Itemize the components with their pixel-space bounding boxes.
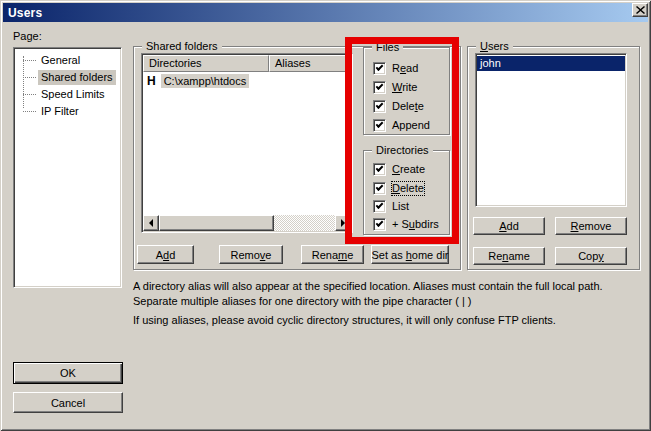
check-icon <box>376 183 384 191</box>
column-header-aliases[interactable]: Aliases <box>269 55 351 72</box>
checkbox-row-append[interactable]: Append <box>373 118 430 132</box>
table-row[interactable]: H C:\xampp\htdocs <box>144 73 249 88</box>
check-icon <box>376 201 384 209</box>
shared-folders-group-label: Shared folders <box>142 39 222 53</box>
directories-group-label: Directories <box>372 143 433 157</box>
delete-dir-checkbox[interactable] <box>373 182 386 195</box>
page-label: Page: <box>13 30 42 42</box>
column-header-directories[interactable]: Directories <box>143 55 269 72</box>
copy-user-button[interactable]: Copy <box>555 247 627 265</box>
list-checkbox[interactable] <box>373 200 386 213</box>
subdirs-checkbox[interactable] <box>373 218 386 231</box>
directories-permissions-group: Directories Create Delete List + Subdirs <box>363 150 450 235</box>
check-icon <box>376 164 384 172</box>
alias-help-text: A directory alias will also appear at th… <box>133 279 645 309</box>
tree-item-shared-folders[interactable]: Shared folders <box>38 70 116 85</box>
ok-button[interactable]: OK <box>13 362 123 384</box>
read-checkbox[interactable] <box>373 62 386 75</box>
set-as-home-dir-button[interactable]: Set as home dir <box>371 245 449 264</box>
list-item-user[interactable]: john <box>477 56 625 71</box>
check-icon <box>376 219 384 227</box>
title-bar[interactable]: Users <box>3 3 648 22</box>
directory-path: C:\xampp\htdocs <box>161 74 250 88</box>
listview-header: Directories Aliases <box>143 55 351 72</box>
close-icon <box>636 6 645 14</box>
checkbox-row-create[interactable]: Create <box>373 162 425 176</box>
tree-item-ip-filter[interactable]: IP Filter <box>38 104 82 119</box>
add-directory-button[interactable]: Add <box>137 245 194 264</box>
add-user-button[interactable]: Add <box>473 217 545 235</box>
window-title: Users <box>8 6 42 20</box>
checkbox-row-delete-file[interactable]: Delete <box>373 99 424 113</box>
remove-directory-button[interactable]: Remove <box>219 245 283 264</box>
rename-user-button[interactable]: Rename <box>473 247 545 265</box>
check-icon <box>376 82 384 90</box>
files-permissions-group: Files Read Write Delete Append <box>363 47 450 135</box>
scroll-left-button[interactable] <box>143 215 159 231</box>
tree-item-speed-limits[interactable]: Speed Limits <box>38 87 108 102</box>
write-checkbox[interactable] <box>373 81 386 94</box>
directories-listview[interactable]: Directories Aliases H C:\xampp\htdocs <box>141 53 353 233</box>
cancel-button[interactable]: Cancel <box>13 392 123 413</box>
check-icon <box>376 101 384 109</box>
delete-file-checkbox[interactable] <box>373 100 386 113</box>
rename-directory-button[interactable]: Rename <box>301 245 364 264</box>
checkbox-row-delete-dir[interactable]: Delete <box>373 181 424 195</box>
users-group-label: Users <box>476 39 513 53</box>
files-group-label: Files <box>372 40 403 54</box>
arrow-right-icon <box>341 219 349 227</box>
page-tree[interactable]: General Shared folders Speed Limits IP F… <box>13 47 122 288</box>
tree-guide-line <box>23 56 24 108</box>
home-marker: H <box>144 74 159 88</box>
checkbox-row-subdirs[interactable]: + Subdirs <box>373 217 439 231</box>
scrollbar-thumb[interactable] <box>159 215 274 231</box>
horizontal-scrollbar[interactable] <box>143 215 351 231</box>
check-icon <box>376 120 384 128</box>
arrow-left-icon <box>145 219 153 227</box>
checkbox-row-write[interactable]: Write <box>373 80 417 94</box>
users-dialog: Users Page: General Shared folders Speed… <box>0 0 651 431</box>
append-checkbox[interactable] <box>373 119 386 132</box>
cyclic-warning-text: If using aliases, please avoid cyclic di… <box>133 313 645 328</box>
scroll-right-button[interactable] <box>335 215 351 231</box>
create-checkbox[interactable] <box>373 163 386 176</box>
tree-item-general[interactable]: General <box>38 53 83 68</box>
users-listbox[interactable]: john <box>475 53 627 207</box>
checkbox-row-read[interactable]: Read <box>373 61 418 75</box>
close-button[interactable] <box>632 3 648 17</box>
checkbox-row-list[interactable]: List <box>373 199 409 213</box>
check-icon <box>376 63 384 71</box>
remove-user-button[interactable]: Remove <box>555 217 627 235</box>
